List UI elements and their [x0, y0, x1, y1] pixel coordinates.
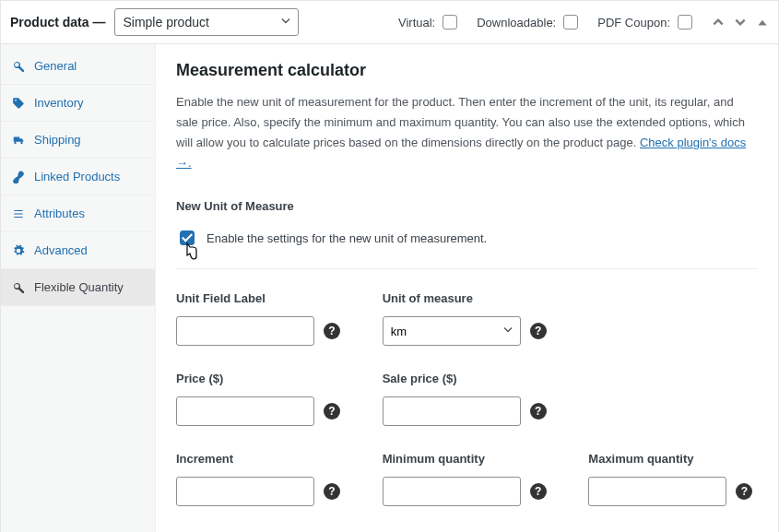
enable-label: Enable the settings for the new unit of …: [207, 231, 487, 245]
section-heading: Measurement calculator: [176, 61, 758, 80]
help-icon[interactable]: ?: [530, 483, 547, 500]
help-icon[interactable]: ?: [530, 403, 547, 420]
field-increment: Increment ?: [176, 452, 346, 506]
tab-shipping[interactable]: Shipping: [1, 122, 155, 159]
move-up-icon[interactable]: [712, 16, 725, 29]
virtual-checkbox[interactable]: [443, 15, 457, 30]
help-icon[interactable]: ?: [324, 403, 340, 420]
tab-general[interactable]: General: [1, 48, 155, 85]
unit-label-input[interactable]: [176, 316, 314, 346]
help-icon[interactable]: ?: [736, 483, 752, 500]
sale-price-input[interactable]: [383, 396, 521, 426]
help-icon[interactable]: ?: [324, 323, 340, 339]
tag-icon: [12, 97, 27, 110]
gear-icon: [12, 244, 27, 257]
increment-input[interactable]: [176, 477, 314, 506]
help-icon[interactable]: ?: [324, 483, 340, 500]
tab-inventory[interactable]: Inventory: [1, 85, 155, 122]
min-qty-input[interactable]: [383, 477, 521, 506]
link-icon: [12, 171, 27, 183]
wrench-icon: [12, 60, 27, 73]
collapse-icon[interactable]: [756, 16, 769, 29]
tab-attributes[interactable]: Attributes: [1, 195, 155, 232]
tab-advanced[interactable]: Advanced: [1, 232, 155, 269]
section-description: Enable the new unit of measurement for t…: [176, 92, 758, 173]
wrench-icon: [12, 281, 27, 294]
truck-icon: [12, 134, 27, 147]
max-qty-input[interactable]: [588, 477, 726, 506]
tab-linked-products[interactable]: Linked Products: [1, 159, 155, 195]
virtual-toggle[interactable]: Virtual:: [398, 12, 460, 32]
subsection-heading: New Unit of Measure: [176, 199, 758, 213]
field-max-qty: Maximum quantity ?: [588, 452, 758, 506]
enable-checkbox[interactable]: [180, 231, 195, 245]
field-min-qty: Minimum quantity ?: [383, 452, 552, 506]
tab-content: Measurement calculator Enable the new un…: [156, 44, 778, 532]
price-input[interactable]: [176, 396, 314, 426]
list-icon: [12, 207, 27, 220]
move-down-icon[interactable]: [734, 16, 747, 29]
downloadable-checkbox[interactable]: [563, 15, 578, 30]
panel-header: Product data — Simple product Virtual: D…: [1, 1, 778, 44]
tab-flexible-quantity[interactable]: Flexible Quantity: [1, 269, 155, 306]
product-tabs-sidebar: General Inventory Shipping Linked Produc…: [1, 44, 156, 532]
field-unit-measure: Unit of measure km ?: [383, 291, 552, 346]
pdf-coupon-checkbox[interactable]: [678, 15, 692, 30]
field-unit-label: Unit Field Label ?: [176, 291, 346, 346]
field-sale-price: Sale price ($) ?: [383, 372, 552, 426]
field-price: Price ($) ?: [176, 372, 346, 426]
help-icon[interactable]: ?: [530, 323, 547, 339]
downloadable-toggle[interactable]: Downloadable:: [477, 12, 581, 32]
product-data-panel: Product data — Simple product Virtual: D…: [0, 0, 779, 532]
product-type-select[interactable]: Simple product: [114, 8, 299, 36]
panel-title: Product data —: [10, 15, 105, 30]
pdf-coupon-toggle[interactable]: PDF Coupon:: [597, 12, 695, 32]
unit-measure-select[interactable]: km: [383, 316, 521, 346]
